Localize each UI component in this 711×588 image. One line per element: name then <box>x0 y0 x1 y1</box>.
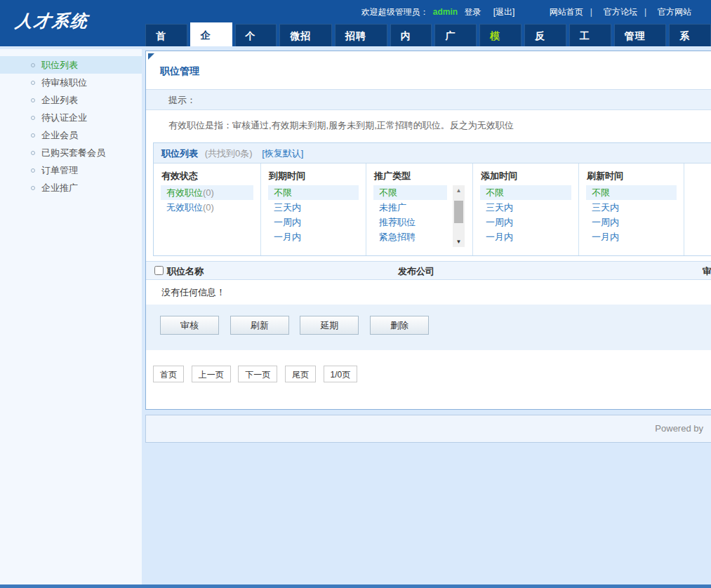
sidebar-item-pending-cert-enterprise[interactable]: 待认证企业 <box>0 109 142 126</box>
sidebar-item-label: 待审核职位 <box>41 77 87 88</box>
tip-header: 提示： <box>146 89 711 110</box>
sidebar-item-label: 待认证企业 <box>41 112 87 123</box>
filter-option[interactable]: 有效职位(0) <box>161 185 253 200</box>
filter-option[interactable]: 紧急招聘 <box>373 229 447 244</box>
filter-box-header: 职位列表 (共找到0条) [恢复默认] <box>154 143 711 163</box>
sidebar-item-enterprise-members[interactable]: 企业会员 <box>0 126 142 144</box>
column-header-company: 发布公司 <box>321 262 511 281</box>
filter-option[interactable]: 一周内 <box>480 215 571 229</box>
filter-option[interactable]: 一月内 <box>268 229 359 244</box>
filter-add-time: 添加时间 不限 三天内 一周内 一月内 <box>473 163 579 255</box>
scroll-down-icon[interactable]: ▼ <box>453 236 465 247</box>
refresh-button[interactable]: 刷新 <box>230 316 289 335</box>
scrollbar-thumb[interactable] <box>454 201 463 223</box>
sidebar-item-label: 职位列表 <box>41 60 78 70</box>
filter-option[interactable]: 不限 <box>373 185 447 200</box>
reset-defaults-link[interactable]: [恢复默认] <box>262 148 303 159</box>
app-logo: 人才系统 <box>14 10 89 32</box>
scrollbar[interactable]: ▲ ▼ <box>453 185 465 247</box>
sidebar-item-label: 企业推广 <box>41 182 78 193</box>
top-header: 人才系统 欢迎超级管理员：admin 登录 [退出] 网站首页|官方论坛|官方网… <box>0 0 711 46</box>
tab-admin[interactable]: 管理员 <box>614 24 667 46</box>
filter-option[interactable]: 不限 <box>268 185 359 200</box>
sidebar-item-pending-positions[interactable]: 待审核职位 <box>0 74 142 91</box>
filter-promotion-type: 推广类型 不限 未推广 推荐职位 紧急招聘 ▲ ▼ <box>366 163 473 255</box>
logout-link[interactable]: [退出] <box>493 7 515 17</box>
option-label: 不限 <box>274 187 292 198</box>
extend-button[interactable]: 延期 <box>300 316 359 335</box>
prev-page-button[interactable]: 上一页 <box>192 366 231 382</box>
filter-option[interactable]: 无效职位(0) <box>161 200 253 215</box>
filter-refresh-time: 刷新时间 不限 三天内 一周内 一月内 <box>579 163 684 255</box>
bullet-circle-icon <box>31 151 35 155</box>
tab-system[interactable]: 系统 <box>669 24 711 46</box>
select-all-checkbox[interactable] <box>154 266 164 275</box>
option-label: 一月内 <box>274 232 301 242</box>
tab-content[interactable]: 内容 <box>390 24 432 46</box>
page-indicator: 1/0页 <box>324 366 358 382</box>
bullet-circle-icon <box>31 116 35 120</box>
filter-option[interactable]: 三天内 <box>268 200 359 215</box>
column-header-audit: 审核 <box>703 262 711 281</box>
pagination: 首页 上一页 下一页 尾页 1/0页 <box>153 366 711 382</box>
filter-option[interactable]: 推荐职位 <box>373 215 447 229</box>
filter-option[interactable]: 一周内 <box>268 215 359 229</box>
delete-button[interactable]: 删除 <box>370 316 429 335</box>
option-label: 不限 <box>379 187 397 198</box>
scroll-up-icon[interactable]: ▲ <box>453 185 465 196</box>
next-page-button[interactable]: 下一页 <box>238 366 277 382</box>
filter-column-title: 推广类型 <box>366 163 472 185</box>
site-links: 网站首页|官方论坛|官方网站 <box>545 7 691 17</box>
filter-option[interactable]: 三天内 <box>586 200 677 215</box>
bullet-circle-icon <box>31 98 35 102</box>
filter-option[interactable]: 不限 <box>480 185 571 200</box>
option-label: 不限 <box>486 187 504 198</box>
filter-expire-time: 到期时间 不限 三天内 一周内 一月内 <box>261 163 366 255</box>
tab-home[interactable]: 首页 <box>145 24 187 46</box>
filter-option[interactable]: 一月内 <box>586 229 677 244</box>
login-link[interactable]: 登录 <box>464 7 481 17</box>
filter-option[interactable]: 三天内 <box>480 200 571 215</box>
sidebar-item-enterprise-promotion[interactable]: 企业推广 <box>0 179 142 196</box>
filter-option[interactable]: 未推广 <box>373 200 447 215</box>
tab-micro-recruit[interactable]: 微招聘 <box>279 24 332 46</box>
official-forum-link[interactable]: 官方论坛 <box>604 7 637 17</box>
filter-option[interactable]: 一周内 <box>586 215 677 229</box>
filter-option[interactable]: 不限 <box>586 185 677 200</box>
last-page-button[interactable]: 尾页 <box>285 366 316 382</box>
column-header-position-name: 职位名称 <box>167 262 204 281</box>
footer-bar: Powered by <box>145 415 711 443</box>
option-label: 一月内 <box>486 232 513 242</box>
position-filter-box: 职位列表 (共找到0条) [恢复默认] 有效状态 有效职位(0) 无效职位(0)… <box>153 142 711 256</box>
sidebar-item-label: 企业会员 <box>41 130 78 140</box>
tip-text: 有效职位是指：审核通过,有效期未到期,服务未到期,正常招聘的职位。反之为无效职位 <box>146 110 711 142</box>
filter-option[interactable]: 一月内 <box>480 229 571 244</box>
sidebar-item-package-members[interactable]: 已购买套餐会员 <box>0 144 142 161</box>
official-site-link[interactable]: 官方网站 <box>658 7 691 17</box>
option-label: 一周内 <box>592 217 619 227</box>
tab-job-fair[interactable]: 招聘会 <box>335 24 387 46</box>
tab-enterprise[interactable]: 企业 <box>190 22 232 46</box>
result-count: (共找到0条) <box>205 148 253 159</box>
option-label: 一周内 <box>274 217 301 227</box>
option-label: 无效职位 <box>166 202 203 213</box>
separator: | <box>590 7 592 17</box>
content-panel: 职位管理 提示： 有效职位是指：审核通过,有效期未到期,服务未到期,正常招聘的职… <box>145 51 711 410</box>
sidebar-item-label: 已购买套餐会员 <box>41 147 105 158</box>
audit-button[interactable]: 审核 <box>160 316 219 335</box>
tab-ads[interactable]: 广告 <box>434 24 477 46</box>
tab-personal[interactable]: 个人 <box>235 24 277 46</box>
action-bar: 审核 刷新 延期 删除 <box>146 305 711 350</box>
bullet-circle-icon <box>31 133 35 138</box>
sidebar-item-position-list[interactable]: 职位列表 <box>0 56 142 74</box>
sidebar-item-enterprise-list[interactable]: 企业列表 <box>0 91 142 109</box>
first-page-button[interactable]: 首页 <box>153 366 184 382</box>
tab-tools[interactable]: 工具 <box>569 24 611 46</box>
tab-template[interactable]: 模板 <box>479 24 521 46</box>
site-home-link[interactable]: 网站首页 <box>550 7 583 17</box>
collapse-corner-icon[interactable] <box>148 53 154 60</box>
filter-columns: 有效状态 有效职位(0) 无效职位(0) 到期时间 不限 三天内 一周内 一月内… <box>154 163 711 255</box>
sidebar-item-order-management[interactable]: 订单管理 <box>0 161 142 179</box>
list-title: 职位列表 <box>161 148 198 159</box>
tab-feedback[interactable]: 反馈 <box>524 24 566 46</box>
